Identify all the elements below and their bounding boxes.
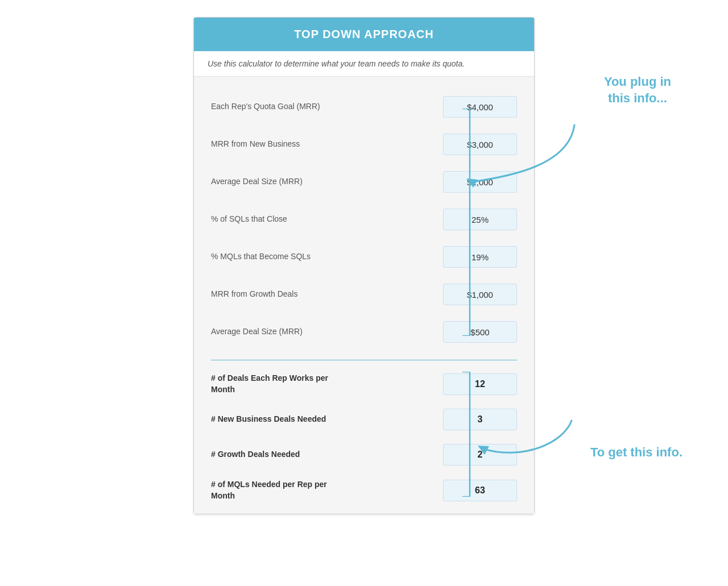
form-value-quota-goal[interactable]: $4,000 (443, 96, 517, 118)
output-section: # of Deals Each Rep Works per Month 12 #… (194, 366, 534, 508)
form-value-avg-deal-1[interactable]: $1,000 (443, 171, 517, 193)
output-bracket-svg (457, 372, 474, 497)
section-divider (211, 360, 517, 360)
form-value-mrr-growth[interactable]: $1,000 (443, 284, 517, 305)
input-bracket-svg (457, 109, 474, 336)
output-value-mqls-per-month: 63 (443, 480, 517, 501)
output-value-new-biz-deals: 3 (443, 409, 517, 430)
page-wrapper: TOP DOWN APPROACH Use this calculator to… (0, 0, 728, 586)
form-value-mqls-sqls[interactable]: 19% (443, 246, 517, 268)
annotation-get-info: To get this info. (590, 444, 682, 461)
form-label-mqls-sqls: % MQLs that Become SQLs (211, 251, 336, 263)
output-value-growth-deals: 2 (443, 444, 517, 466)
output-label-growth-deals: # Growth Deals Needed (211, 449, 336, 460)
input-section: Each Rep's Quota Goal (MRR) $4,000 MRR f… (194, 88, 534, 351)
card-subtitle-text: Use this calculator to determine what yo… (208, 59, 520, 68)
form-label-mrr-new-biz: MRR from New Business (211, 139, 336, 150)
form-label-mrr-growth: MRR from Growth Deals (211, 289, 336, 300)
output-label-new-biz-deals: # New Business Deals Needed (211, 414, 336, 425)
card-header: TOP DOWN APPROACH (194, 18, 534, 51)
form-label-avg-deal-2: Average Deal Size (MRR) (211, 326, 336, 338)
card-body: Each Rep's Quota Goal (MRR) $4,000 MRR f… (194, 77, 534, 514)
output-value-deals-per-month: 12 (443, 373, 517, 395)
output-label-mqls-per-month: # of MQLs Needed per Rep per Month (211, 479, 336, 501)
form-label-quota-goal: Each Rep's Quota Goal (MRR) (211, 101, 336, 113)
form-value-avg-deal-2[interactable]: $500 (443, 321, 517, 343)
form-value-sqls-close[interactable]: 25% (443, 209, 517, 230)
form-label-sqls-close: % of SQLs that Close (211, 214, 336, 225)
calculator-card: TOP DOWN APPROACH Use this calculator to… (193, 17, 535, 514)
card-subtitle: Use this calculator to determine what yo… (194, 51, 534, 77)
annotation-plug-in: You plug in this info... (604, 74, 671, 106)
form-label-avg-deal-1: Average Deal Size (MRR) (211, 176, 336, 188)
output-label-deals-per-month: # of Deals Each Rep Works per Month (211, 373, 336, 395)
form-value-mrr-new-biz[interactable]: $3,000 (443, 134, 517, 155)
card-title: TOP DOWN APPROACH (205, 28, 523, 41)
